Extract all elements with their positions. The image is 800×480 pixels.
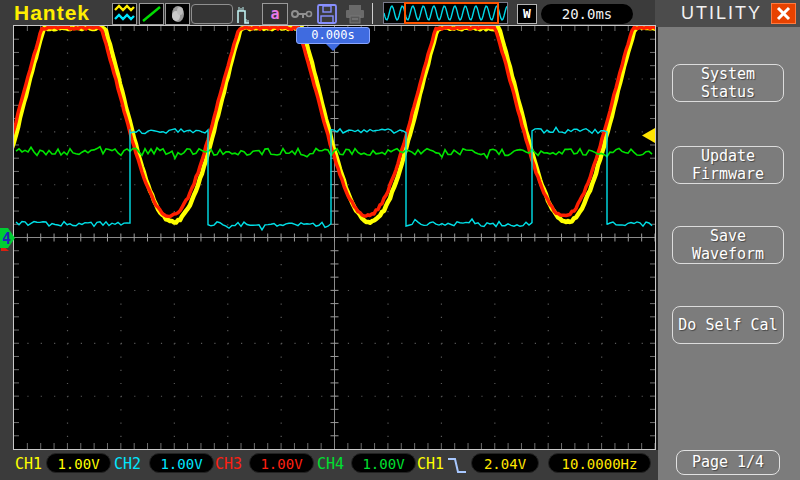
letter-a-label: a — [263, 4, 287, 24]
floppy-disk-icon — [315, 3, 340, 25]
hand-icon — [166, 4, 189, 24]
ch2-label[interactable]: CH2 — [114, 455, 141, 473]
ch4-scale-readout[interactable]: 1.00V — [351, 453, 416, 473]
menu-title: UTILITY — [681, 3, 762, 24]
channel-status-bar: CH1 1.00V CH2 1.00V CH3 1.00V CH4 1.00V … — [0, 450, 658, 480]
close-icon — [772, 4, 795, 23]
waveform-display-mode-button[interactable] — [112, 3, 137, 25]
trigger-source-label[interactable]: CH1 — [417, 455, 444, 473]
ch1-label[interactable]: CH1 — [15, 455, 42, 473]
page-indicator-button[interactable]: Page 1/4 — [676, 450, 780, 475]
window-mode-button[interactable]: W — [517, 4, 537, 24]
pulse-measure-button[interactable] — [236, 3, 260, 25]
waveform-overview-strip[interactable] — [383, 2, 508, 24]
update-firmware-button[interactable]: Update Firmware — [672, 146, 784, 184]
utility-menu-sidebar: System Status Update Firmware Save Wavef… — [658, 27, 800, 480]
printer-icon — [343, 3, 368, 25]
brand-logo: Hantek — [14, 1, 90, 25]
print-button[interactable] — [343, 3, 368, 25]
channel4-marker-label: 4 — [2, 230, 11, 248]
hand-pan-button[interactable] — [165, 3, 190, 25]
window-mode-label: W — [523, 6, 531, 21]
scope-graticule-and-traces — [14, 26, 655, 449]
trigger-level-readout[interactable]: 2.04V — [471, 453, 539, 473]
channel4-position-marker[interactable]: 4 — [0, 227, 16, 253]
save-button[interactable] — [315, 3, 340, 25]
empty-tool-slot[interactable] — [191, 4, 233, 24]
trigger-falling-edge-icon[interactable] — [445, 453, 469, 477]
toolbar-divider — [372, 3, 373, 24]
horizontal-position-pointer — [326, 44, 340, 51]
ch3-scale-readout[interactable]: 1.00V — [249, 453, 314, 473]
oscilloscope-screen: { "header": { "logo": "Hantek", "window_… — [0, 0, 800, 480]
close-menu-button[interactable] — [771, 3, 796, 24]
save-waveform-button[interactable]: Save Waveform — [672, 226, 784, 264]
menu-panel-header: UTILITY — [655, 0, 800, 27]
system-status-button[interactable]: System Status — [672, 64, 784, 102]
ch3-label[interactable]: CH3 — [215, 455, 242, 473]
trigger-level-marker[interactable] — [642, 128, 655, 143]
overview-window-selection[interactable] — [404, 2, 499, 24]
timebase-readout[interactable]: 20.0ms — [541, 4, 633, 24]
key-icon — [290, 3, 314, 25]
dual-wave-icon — [113, 4, 136, 24]
ch4-label[interactable]: CH4 — [317, 455, 344, 473]
ch1-scale-readout[interactable]: 1.00V — [46, 453, 111, 473]
trigger-frequency-readout[interactable]: 10.0000Hz — [548, 453, 651, 473]
do-self-cal-button[interactable]: Do Self Cal — [672, 306, 784, 344]
waveform-display — [13, 25, 656, 450]
vector-draw-mode-button[interactable] — [139, 3, 164, 25]
ch2-scale-readout[interactable]: 1.00V — [149, 453, 214, 473]
diagonal-line-icon — [140, 4, 163, 24]
autoset-text-button[interactable]: a — [262, 3, 288, 25]
lock-key-button[interactable] — [290, 3, 314, 25]
pulse-icon — [236, 3, 260, 25]
horizontal-position-marker[interactable]: 0.000s — [296, 27, 370, 44]
